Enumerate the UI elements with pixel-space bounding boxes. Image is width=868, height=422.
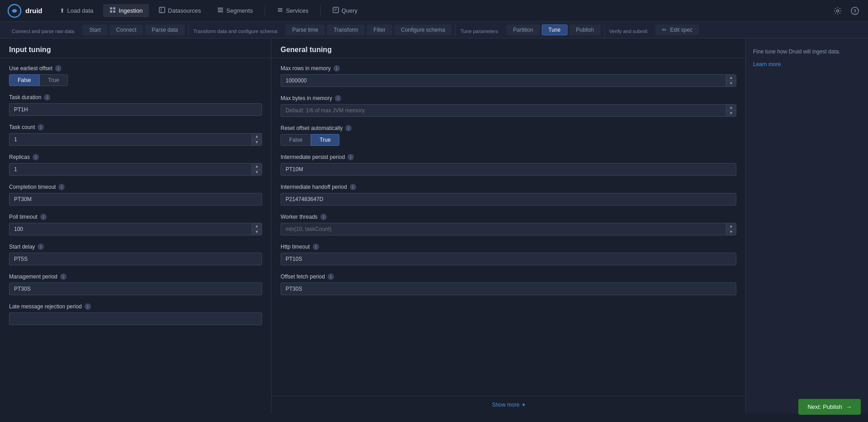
nav-segments[interactable]: Segments	[211, 4, 259, 17]
task-count-down-btn[interactable]: ▼	[252, 140, 262, 146]
management-period-info[interactable]: i	[60, 273, 67, 280]
nav-ingestion[interactable]: Ingestion	[103, 4, 149, 17]
next-publish-button[interactable]: Next: Publish →	[798, 399, 861, 415]
nav-load-data[interactable]: ⬆ Load data	[53, 5, 100, 17]
use-earliest-false-btn[interactable]: False	[9, 74, 39, 86]
nav-ingestion-label: Ingestion	[119, 7, 143, 14]
nav-services[interactable]: Services	[271, 4, 315, 17]
http-timeout-input[interactable]	[281, 253, 736, 265]
max-rows-in-memory-down-btn[interactable]: ▼	[726, 81, 736, 87]
start-delay-info[interactable]: i	[38, 244, 44, 250]
start-delay-label: Start delay	[9, 244, 35, 250]
field-poll-timeout: Poll timeout i ▲ ▼	[9, 214, 262, 235]
http-timeout-info[interactable]: i	[313, 244, 319, 250]
help-button[interactable]: ?	[849, 5, 861, 17]
completion-timeout-info[interactable]: i	[58, 184, 65, 190]
wizard-step-connect[interactable]: Connect	[110, 24, 143, 35]
replicas-info[interactable]: i	[33, 154, 39, 160]
wizard-step-filter[interactable]: Filter	[367, 24, 392, 35]
reset-offset-true-btn[interactable]: True	[311, 134, 339, 146]
logo: druid	[7, 4, 43, 18]
poll-timeout-info[interactable]: i	[40, 214, 47, 220]
field-offset-fetch-period: Offset fetch period i	[281, 273, 736, 295]
wizard-section-tune-label: Tune parameters	[456, 26, 502, 34]
worker-threads-spinner: ▲ ▼	[281, 223, 736, 235]
worker-threads-spinner-btns: ▲ ▼	[726, 223, 736, 235]
datasources-icon	[159, 7, 165, 14]
wizard-step-publish[interactable]: Publish	[569, 24, 601, 35]
field-intermediate-persist-period: Intermediate persist period i	[281, 154, 736, 176]
intermediate-handoff-period-input[interactable]	[281, 193, 736, 206]
top-nav: druid ⬆ Load data Ingestion Datasources …	[0, 0, 868, 22]
wizard-section-verify-label: Verify and submit	[605, 26, 652, 34]
late-message-rejection-period-info[interactable]: i	[85, 303, 91, 310]
intermediate-persist-period-input[interactable]	[281, 163, 736, 176]
svg-text:?: ?	[854, 9, 856, 14]
management-period-input[interactable]	[9, 283, 262, 295]
show-more-row[interactable]: Show more ▾	[272, 396, 745, 413]
nav-separator-1	[265, 5, 265, 16]
poll-timeout-input[interactable]	[9, 223, 252, 235]
wizard-step-parse-time[interactable]: Parse time	[286, 24, 325, 35]
worker-threads-down-btn[interactable]: ▼	[726, 230, 736, 235]
intermediate-persist-period-info[interactable]: i	[348, 154, 354, 160]
wizard-step-configure-schema[interactable]: Configure schema	[394, 24, 452, 35]
nav-datasources[interactable]: Datasources	[153, 4, 207, 17]
wizard-step-start[interactable]: Start	[82, 24, 107, 35]
right-panel-title: General tuning	[272, 38, 745, 58]
task-count-up-btn[interactable]: ▲	[252, 134, 262, 140]
use-earliest-offset-info[interactable]: i	[55, 65, 62, 72]
task-duration-info[interactable]: i	[44, 94, 50, 101]
use-earliest-offset-toggle: False True	[9, 74, 262, 86]
wizard-sections: Connect and parse raw data Start Connect…	[7, 22, 861, 38]
poll-timeout-down-btn[interactable]: ▼	[252, 230, 262, 235]
wizard-step-partition[interactable]: Partition	[506, 24, 540, 35]
svg-rect-8	[218, 10, 223, 10]
reset-offset-automatically-info[interactable]: i	[345, 125, 352, 131]
offset-fetch-period-info[interactable]: i	[328, 273, 334, 280]
reset-offset-false-btn[interactable]: False	[281, 134, 311, 146]
max-bytes-in-memory-info[interactable]: i	[335, 95, 341, 101]
settings-icon	[834, 7, 842, 15]
settings-button[interactable]	[832, 5, 844, 17]
learn-more-link[interactable]: Learn more	[753, 61, 781, 67]
task-duration-input[interactable]	[9, 103, 262, 116]
next-arrow-icon: →	[846, 403, 852, 410]
replicas-up-btn[interactable]: ▲	[252, 163, 262, 170]
max-rows-in-memory-up-btn[interactable]: ▲	[726, 75, 736, 81]
offset-fetch-period-label: Offset fetch period	[281, 273, 325, 280]
max-rows-in-memory-info[interactable]: i	[334, 65, 340, 72]
poll-timeout-up-btn[interactable]: ▲	[252, 223, 262, 230]
wizard-step-parse-data[interactable]: Parse data	[145, 24, 185, 35]
services-icon	[277, 7, 283, 14]
wizard-step-edit-spec[interactable]: ✏ Edit spec	[655, 24, 699, 35]
wizard-step-transform[interactable]: Transform	[327, 24, 365, 35]
field-max-bytes-in-memory: Max bytes in memory i ▲ ▼	[281, 95, 736, 117]
start-delay-input[interactable]	[9, 253, 262, 265]
poll-timeout-spinner-btns: ▲ ▼	[252, 223, 262, 235]
use-earliest-true-btn[interactable]: True	[39, 74, 67, 86]
show-more-label: Show more	[492, 402, 520, 408]
max-rows-in-memory-input[interactable]	[281, 74, 726, 87]
worker-threads-info[interactable]: i	[320, 214, 327, 220]
task-count-info[interactable]: i	[38, 124, 44, 130]
offset-fetch-period-input[interactable]	[281, 283, 736, 295]
intermediate-handoff-period-info[interactable]: i	[350, 184, 356, 190]
info-description: Fine tune how Druid will ingest data.	[753, 48, 861, 56]
replicas-input[interactable]	[9, 163, 252, 176]
nav-query[interactable]: Query	[326, 4, 364, 17]
worker-threads-up-btn[interactable]: ▲	[726, 223, 736, 230]
svg-rect-3	[110, 10, 112, 13]
info-sidebar: Fine tune how Druid will ingest data. Le…	[746, 38, 868, 413]
wizard-bar: Connect and parse raw data Start Connect…	[0, 22, 868, 38]
late-message-rejection-period-input[interactable]	[9, 312, 262, 325]
replicas-down-btn[interactable]: ▼	[252, 170, 262, 176]
right-panel: General tuning Max rows in memory i ▲ ▼	[272, 38, 746, 413]
worker-threads-input[interactable]	[281, 223, 726, 235]
max-bytes-in-memory-input[interactable]	[281, 104, 726, 117]
max-bytes-in-memory-down-btn[interactable]: ▼	[726, 111, 736, 117]
wizard-step-tune[interactable]: Tune	[542, 24, 568, 35]
max-bytes-in-memory-up-btn[interactable]: ▲	[726, 105, 736, 111]
completion-timeout-input[interactable]	[9, 193, 262, 206]
task-count-input[interactable]	[9, 133, 252, 146]
